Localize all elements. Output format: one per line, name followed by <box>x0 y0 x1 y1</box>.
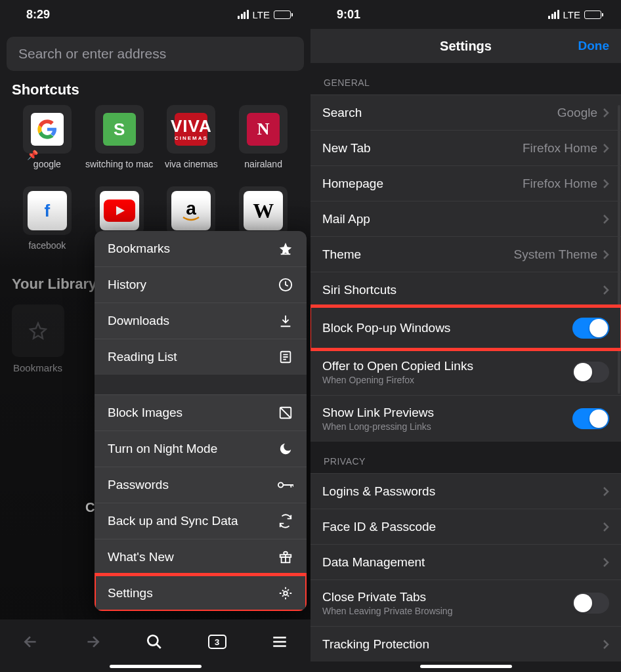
shortcut-facebook[interactable]: f facebook <box>12 186 83 261</box>
toggle-switch[interactable] <box>572 362 609 383</box>
svg-point-9 <box>284 591 288 595</box>
bottom-nav: 3 <box>0 620 310 672</box>
address-search-input[interactable]: Search or enter address <box>7 37 304 71</box>
menu-item-label: Block Images <box>108 406 182 420</box>
cell-new-tab[interactable]: New Tab Firefox Home <box>310 130 621 165</box>
chevron-right-icon <box>603 108 609 118</box>
cell-homepage[interactable]: Homepage Firefox Home <box>310 165 621 201</box>
cell-value: Firefox Home <box>523 177 597 191</box>
tab-count: 3 <box>215 637 219 647</box>
library-bookmarks-tile[interactable] <box>12 304 64 357</box>
toggle-switch[interactable] <box>572 408 609 429</box>
cell-title: Data Management <box>322 555 425 570</box>
cell-block-popups[interactable]: Block Pop-up Windows <box>310 307 621 348</box>
cell-title: Offer to Open Copied Links <box>322 359 473 373</box>
youtube-icon <box>100 191 139 230</box>
status-time: 9:01 <box>337 8 360 22</box>
cell-siri-shortcuts[interactable]: Siri Shortcuts <box>310 272 621 307</box>
cell-tracking-protection[interactable]: Tracking Protection <box>310 626 621 662</box>
gift-icon <box>278 549 293 565</box>
settings-navbar: Settings Done <box>310 29 621 63</box>
chevron-right-icon <box>603 178 609 189</box>
menu-passwords[interactable]: Passwords <box>95 467 307 503</box>
cell-link-previews[interactable]: Show Link PreviewsWhen Long-pressing Lin… <box>310 395 621 442</box>
cell-face-id-passcode[interactable]: Face ID & Passcode <box>310 509 621 544</box>
cell-close-private-tabs[interactable]: Close Private TabsWhen Leaving Private B… <box>310 579 621 626</box>
forward-button[interactable] <box>84 633 101 650</box>
menu-item-label: Passwords <box>108 478 169 492</box>
shortcut-label: nairaland <box>244 159 282 180</box>
cell-data-management[interactable]: Data Management <box>310 544 621 579</box>
signal-icon <box>238 10 249 19</box>
menu-sync[interactable]: Back up and Sync Data <box>95 503 307 539</box>
menu-downloads[interactable]: Downloads <box>95 303 307 339</box>
menu-block-images[interactable]: Block Images <box>95 394 307 430</box>
cell-title: Tracking Protection <box>322 637 429 652</box>
shortcut-switching-to-mac[interactable]: S switching to mac <box>84 105 155 180</box>
cell-subtitle: When Long-pressing Links <box>322 421 434 432</box>
menu-item-label: Downloads <box>108 314 169 328</box>
home-indicator <box>420 665 512 668</box>
tabs-button[interactable]: 3 <box>208 635 226 649</box>
menu-item-label: What's New <box>108 550 174 564</box>
chevron-right-icon <box>603 143 609 154</box>
cell-title: Search <box>322 106 362 120</box>
menu-item-label: Turn on Night Mode <box>108 442 217 456</box>
status-indicators: LTE <box>238 9 291 20</box>
svg-point-10 <box>148 635 158 645</box>
search-button[interactable] <box>146 633 163 650</box>
star-outline-icon <box>29 322 47 340</box>
menu-settings[interactable]: Settings <box>95 575 307 611</box>
menu-item-label: Bookmarks <box>108 242 170 256</box>
chevron-right-icon <box>603 214 609 224</box>
menu-night-mode[interactable]: Turn on Night Mode <box>95 430 307 467</box>
toggle-switch[interactable] <box>572 593 609 614</box>
back-button[interactable] <box>22 633 39 650</box>
shortcut-nairaland[interactable]: N nairaland <box>228 105 299 180</box>
toggle-switch[interactable] <box>572 318 609 339</box>
cell-search[interactable]: Search Google <box>310 94 621 130</box>
menu-history[interactable]: History <box>95 266 307 303</box>
chevron-right-icon <box>603 639 609 650</box>
battery-icon <box>274 10 291 19</box>
settings-list[interactable]: GENERAL Search Google New Tab Firefox Ho… <box>310 63 621 672</box>
battery-low-icon <box>584 10 601 19</box>
wikipedia-icon: W <box>244 191 283 230</box>
cell-theme[interactable]: Theme System Theme <box>310 236 621 272</box>
cell-title: Block Pop-up Windows <box>322 321 450 335</box>
letter-s-icon: S <box>103 113 136 146</box>
cell-title: Show Link Previews <box>322 406 434 420</box>
pin-icon: 📌 <box>27 150 38 160</box>
phone-screenshot-right: 9:01 LTE Settings Done GENERAL Search Go… <box>310 0 621 672</box>
menu-whats-new[interactable]: What's New <box>95 539 307 575</box>
cell-offer-copied-links[interactable]: Offer to Open Copied LinksWhen Opening F… <box>310 348 621 395</box>
chevron-right-icon <box>603 249 609 260</box>
chevron-right-icon <box>603 557 609 568</box>
menu-button[interactable] <box>271 633 288 650</box>
cell-title: Theme <box>322 247 361 262</box>
cell-logins-passwords[interactable]: Logins & Passwords <box>310 473 621 509</box>
menu-bookmarks[interactable]: Bookmarks <box>95 231 307 266</box>
cell-mail-app[interactable]: Mail App <box>310 201 621 236</box>
section-header-privacy: PRIVACY <box>310 442 621 473</box>
cell-subtitle: When Opening Firefox <box>322 375 473 385</box>
shortcut-viva-cinemas[interactable]: VIVACINEMAS viva cinemas <box>156 105 227 180</box>
cell-title: New Tab <box>322 141 371 156</box>
done-button[interactable]: Done <box>578 39 610 53</box>
status-bar: 9:01 LTE <box>310 0 621 29</box>
download-icon <box>278 313 293 329</box>
shortcut-label: switching to mac <box>85 159 153 180</box>
key-icon <box>278 477 293 493</box>
navbar-title: Settings <box>440 39 492 54</box>
cell-title: Close Private Tabs <box>322 590 452 604</box>
menu-reading-list[interactable]: Reading List <box>95 339 307 375</box>
cell-title: Siri Shortcuts <box>322 283 396 297</box>
shortcuts-heading: Shortcuts <box>0 80 310 105</box>
status-indicators: LTE <box>548 9 601 20</box>
phone-screenshot-left: 8:29 LTE Search or enter address Shortcu… <box>0 0 310 672</box>
menu-item-label: Reading List <box>108 350 177 364</box>
cell-value: Google <box>557 106 597 120</box>
shortcut-label: facebook <box>28 240 66 261</box>
shortcut-google[interactable]: 📌 google <box>12 105 83 180</box>
reading-list-icon <box>278 349 293 365</box>
